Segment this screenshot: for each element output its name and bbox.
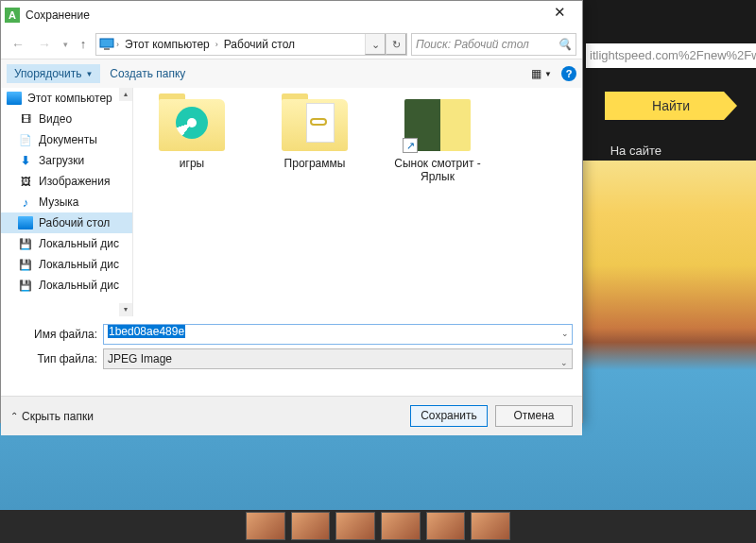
breadcrumb-segment[interactable]: Этот компьютер	[121, 38, 214, 51]
dialog-footer: ⌃ Скрыть папки Сохранить Отмена	[1, 396, 582, 435]
navbar: ← → ▾ ↑ › Этот компьютер › Рабочий стол …	[1, 29, 582, 59]
dialog-title: Сохранение	[26, 8, 541, 22]
pc-icon	[7, 92, 22, 105]
save-button[interactable]: Сохранить	[410, 405, 488, 427]
folder-item[interactable]: Программы	[267, 99, 362, 170]
filetype-label: Тип файла:	[10, 352, 103, 365]
sidebar-item-drive[interactable]: Локальный дис	[1, 233, 132, 254]
fields-area: Имя файла: 1bed08ae489e ⌄ Тип файла: JPE…	[1, 316, 582, 377]
close-button[interactable]: ✕	[541, 2, 578, 28]
scroll-up-button[interactable]: ▴	[119, 88, 132, 101]
drive-icon	[18, 237, 33, 250]
folder-icon	[159, 99, 225, 151]
sidebar-item-drive[interactable]: Локальный дис	[1, 254, 132, 275]
thumb[interactable]	[291, 512, 331, 540]
thumb[interactable]	[335, 512, 375, 540]
help-button[interactable]: ?	[561, 66, 576, 81]
scroll-down-button[interactable]: ▾	[119, 303, 132, 316]
back-button[interactable]: ←	[7, 33, 29, 56]
history-dropdown[interactable]: ⌄	[365, 33, 386, 55]
sidebar-item-documents[interactable]: Документы	[1, 129, 132, 150]
sidebar-item-label: Этот компьютер	[27, 92, 112, 105]
sidebar: ▴ Этот компьютер Видео Документы Загрузк…	[1, 88, 133, 316]
organize-button[interactable]: Упорядочить▼	[7, 64, 100, 83]
save-dialog: A Сохранение ✕ ← → ▾ ↑ › Этот компьютер …	[0, 0, 583, 423]
thumb[interactable]	[381, 512, 421, 540]
search-placeholder: Поиск: Рабочий стол	[416, 38, 558, 51]
find-button[interactable]: Найти	[605, 92, 737, 120]
search-input[interactable]: Поиск: Рабочий стол 🔍	[411, 33, 576, 56]
sidebar-item-label: Загрузки	[39, 154, 84, 167]
chevron-down-icon[interactable]: ⌄	[561, 329, 569, 338]
folder-label: Программы	[267, 157, 362, 170]
new-folder-button[interactable]: Создать папку	[110, 67, 185, 80]
view-mode-button[interactable]: ▦▼	[531, 67, 552, 80]
chevron-down-icon: ▼	[544, 70, 552, 78]
thumbnail-strip	[0, 510, 756, 543]
file-area[interactable]: игры Программы ↗ Сынок смотрит - Ярлык	[133, 88, 582, 316]
sidebar-item-label: Локальный дис	[39, 237, 119, 250]
chevron-icon: ›	[114, 40, 121, 49]
site-label: На сайте	[610, 144, 662, 158]
breadcrumb[interactable]: › Этот компьютер › Рабочий стол ⌄ ↻	[95, 33, 407, 56]
download-icon	[18, 154, 33, 167]
sidebar-item-music[interactable]: Музыка	[1, 192, 132, 212]
titlebar: A Сохранение ✕	[1, 1, 582, 29]
search-icon: 🔍	[558, 38, 572, 51]
sidebar-item-downloads[interactable]: Загрузки	[1, 150, 132, 171]
shortcut-item[interactable]: ↗ Сынок смотрит - Ярлык	[390, 99, 485, 183]
documents-icon	[18, 133, 33, 146]
svg-rect-1	[104, 48, 110, 50]
sidebar-item-label: Изображения	[39, 175, 110, 188]
cancel-button[interactable]: Отмена	[495, 405, 573, 427]
sidebar-item-videos[interactable]: Видео	[1, 109, 132, 129]
filetype-select[interactable]: JPEG Image ⌄	[103, 348, 573, 369]
grid-icon: ▦	[531, 67, 541, 80]
refresh-button[interactable]: ↻	[386, 33, 406, 55]
pc-icon	[99, 38, 114, 51]
folder-icon	[282, 99, 348, 151]
video-icon	[18, 112, 33, 126]
up-button[interactable]: ↑	[75, 37, 92, 51]
sidebar-item-pictures[interactable]: Изображения	[1, 171, 132, 192]
sidebar-item-desktop[interactable]: Рабочий стол	[1, 212, 132, 233]
sidebar-item-label: Локальный дис	[39, 279, 119, 292]
browser-url-fragment: itlightspeed.com%2Fnew%2Fw	[586, 43, 756, 68]
thumb[interactable]	[246, 512, 285, 540]
folder-label: игры	[145, 157, 239, 170]
recent-dropdown[interactable]: ▾	[60, 33, 71, 56]
app-icon: A	[5, 8, 20, 23]
chevron-icon: ›	[214, 40, 220, 49]
sidebar-item-drive[interactable]: Локальный дис	[1, 275, 132, 296]
sidebar-item-label: Видео	[39, 112, 72, 126]
pictures-icon	[18, 175, 33, 188]
chevron-down-icon: ▼	[85, 70, 93, 78]
drive-icon	[18, 258, 33, 271]
drive-icon	[18, 279, 33, 292]
sidebar-item-label: Документы	[39, 133, 97, 146]
hide-folders-toggle[interactable]: ⌃ Скрыть папки	[10, 410, 94, 423]
svg-rect-0	[100, 39, 113, 47]
forward-button[interactable]: →	[33, 33, 56, 56]
sidebar-item-label: Рабочий стол	[39, 216, 110, 229]
chevron-up-icon: ⌃	[10, 411, 18, 421]
shortcut-arrow-icon: ↗	[403, 138, 418, 153]
filename-input[interactable]: 1bed08ae489e ⌄	[103, 324, 573, 345]
breadcrumb-segment[interactable]: Рабочий стол	[220, 38, 299, 51]
filename-label: Имя файла:	[10, 328, 103, 341]
shortcut-icon: ↗	[404, 99, 471, 151]
thumb[interactable]	[426, 512, 466, 540]
thumb[interactable]	[471, 512, 510, 540]
filename-value: 1bed08ae489e	[108, 325, 185, 338]
chevron-down-icon: ⌄	[560, 353, 568, 372]
music-icon	[18, 195, 33, 209]
folder-item[interactable]: игры	[145, 99, 239, 170]
sidebar-item-this-pc[interactable]: Этот компьютер	[1, 88, 132, 109]
desktop-icon	[18, 216, 33, 229]
sidebar-item-label: Локальный дис	[39, 258, 119, 271]
folder-label: Сынок смотрит - Ярлык	[390, 157, 485, 183]
sidebar-item-label: Музыка	[39, 195, 78, 209]
toolbar: Упорядочить▼ Создать папку ▦▼ ?	[1, 59, 582, 88]
filetype-value: JPEG Image	[108, 352, 172, 365]
